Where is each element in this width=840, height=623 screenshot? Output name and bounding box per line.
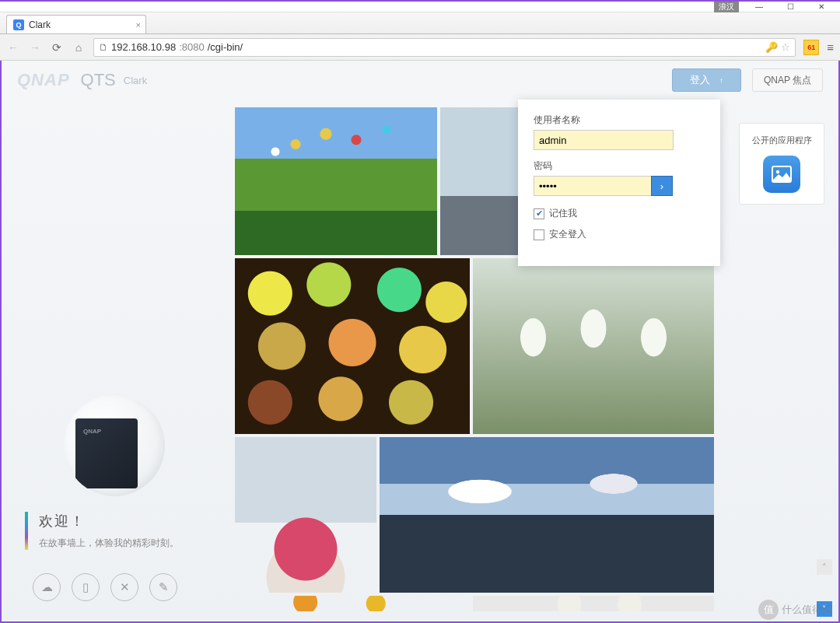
login-popover: 使用者名称 密码 › ✔ 记住我 安全登入	[518, 100, 720, 266]
svg-point-1	[776, 170, 779, 173]
tools-icon[interactable]: ✕	[110, 573, 138, 601]
scroll-up-icon[interactable]: ˄	[817, 559, 832, 575]
key-icon[interactable]: 🔑	[765, 41, 778, 53]
device-image	[64, 395, 165, 496]
photo-thumbnail[interactable]	[473, 258, 714, 434]
photo-thumbnail[interactable]	[380, 437, 714, 593]
device-name: Clark	[124, 75, 147, 86]
photo-thumbnail[interactable]	[235, 437, 376, 593]
photo-thumbnail[interactable]	[235, 596, 470, 611]
photo-thumbnail[interactable]	[235, 107, 437, 255]
titlebar-tag: 浪汉	[714, 2, 739, 12]
page-icon: 🗋	[99, 42, 108, 53]
browser-tab[interactable]: Q Clark ×	[6, 15, 146, 33]
tab-title: Clark	[29, 19, 51, 30]
tab-close-icon[interactable]: ×	[136, 20, 141, 30]
mobile-icon[interactable]: ▯	[72, 573, 100, 601]
password-input[interactable]	[534, 176, 652, 196]
secure-login-checkbox[interactable]	[534, 229, 544, 240]
window-maximize[interactable]: ☐	[775, 2, 806, 12]
url-path: /cgi-bin/	[208, 41, 243, 53]
login-arrow-icon: ↑	[719, 76, 723, 85]
nav-back-icon[interactable]: ←	[6, 41, 20, 54]
window-close[interactable]: ✕	[806, 2, 837, 12]
extension-icon[interactable]: 61	[803, 40, 819, 55]
window-minimize[interactable]: —	[744, 2, 775, 12]
cloud-icon[interactable]: ☁	[33, 573, 61, 601]
public-apps-panel: 公开的应用程序	[739, 123, 824, 205]
secure-login-label: 安全登入	[549, 228, 586, 241]
browser-menu-icon[interactable]: ≡	[827, 40, 834, 54]
welcome-subtitle: 在故事墙上，体验我的精彩时刻。	[39, 537, 219, 550]
login-button-label: 登入	[690, 73, 710, 87]
nav-forward-icon[interactable]: →	[28, 41, 42, 54]
username-input[interactable]	[534, 130, 674, 150]
nav-home-icon[interactable]: ⌂	[72, 41, 86, 54]
url-port: :8080	[179, 41, 205, 53]
tab-favicon: Q	[13, 19, 24, 30]
address-bar[interactable]: 🗋 192.168.10.98:8080/cgi-bin/ 🔑 ☆	[93, 38, 796, 57]
welcome-title: 欢迎！	[39, 512, 219, 530]
remember-checkbox[interactable]: ✔	[534, 208, 544, 219]
qts-product: QTS	[81, 70, 116, 90]
watermark: 值 什么值得买	[758, 600, 832, 620]
welcome-panel: 欢迎！ 在故事墙上，体验我的精彩时刻。 ☁ ▯ ✕ ✎	[25, 395, 219, 601]
qnap-logo: QNAP	[17, 70, 70, 90]
photo-app-icon[interactable]	[763, 156, 800, 193]
url-host: 192.168.10.98	[111, 41, 176, 53]
qnap-focus-button[interactable]: QNAP 焦点	[752, 68, 823, 92]
edit-icon[interactable]: ✎	[149, 573, 177, 601]
photo-thumbnail[interactable]	[235, 258, 470, 434]
bookmark-icon[interactable]: ☆	[781, 41, 790, 53]
password-label: 密码	[534, 159, 705, 173]
page-content: QNAP QTS Clark 登入 ↑ QNAP 焦点 欢迎！ 在故事墙	[0, 61, 840, 623]
watermark-text: 什么值得买	[782, 603, 832, 617]
browser-toolbar: ← → ⟳ ⌂ 🗋 192.168.10.98:8080/cgi-bin/ 🔑 …	[0, 34, 840, 61]
browser-tabstrip: Q Clark ×	[0, 12, 840, 34]
public-apps-title: 公开的应用程序	[746, 135, 817, 146]
remember-label: 记住我	[549, 207, 577, 220]
login-submit-button[interactable]: ›	[651, 176, 673, 196]
window-titlebar: 浪汉 — ☐ ✕	[0, 0, 840, 12]
nav-reload-icon[interactable]: ⟳	[50, 41, 64, 54]
watermark-badge: 值	[758, 600, 779, 620]
login-button[interactable]: 登入 ↑	[672, 68, 741, 92]
qts-header: QNAP QTS Clark 登入 ↑ QNAP 焦点	[2, 61, 838, 100]
username-label: 使用者名称	[534, 114, 705, 127]
photo-thumbnail[interactable]	[473, 596, 714, 611]
